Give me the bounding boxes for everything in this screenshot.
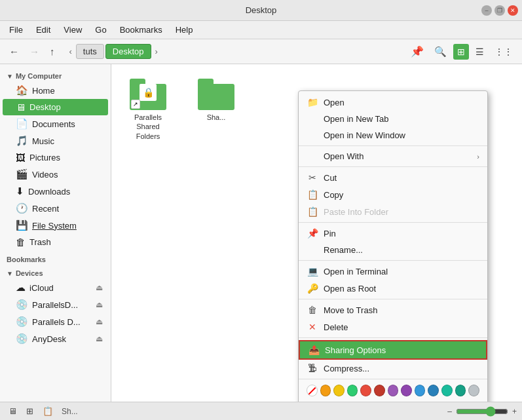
anydesk-eject-button[interactable]: ⏏ [96, 334, 103, 343]
swatch-darkpurple[interactable] [401, 385, 412, 396]
sidebar-item-trash[interactable]: 🗑 Trash [3, 234, 108, 250]
swatch-gray[interactable] [468, 385, 479, 396]
music-icon: 🎵 [16, 135, 28, 147]
ctx-open-new-window[interactable]: Open in New Window [299, 127, 487, 143]
sidebar-item-videos[interactable]: 🎬 Videos [3, 166, 108, 183]
sidebar-item-pictures[interactable]: 🖼 Pictures [3, 149, 108, 166]
sidebar-item-icloud[interactable]: ☁ iCloud ⏏ [3, 279, 108, 296]
search-button[interactable]: 🔍 [430, 43, 451, 60]
sidebar-item-documents[interactable]: 📄 Documents [3, 115, 108, 132]
swatch-teal[interactable] [441, 385, 453, 396]
ctx-sharing-label: Sharing Options [325, 345, 386, 355]
zoom-decrease-icon: – [447, 407, 452, 416]
swatch-blue[interactable] [415, 385, 426, 396]
breadcrumb-desktop[interactable]: Desktop [105, 44, 151, 59]
back-button[interactable]: ← [5, 43, 23, 60]
breadcrumb-tuts[interactable]: tuts [76, 44, 104, 59]
view-compact-button[interactable]: ⋮⋮ [491, 44, 517, 60]
ctx-sep4 [299, 260, 487, 261]
ctx-open-icon: 📁 [307, 97, 318, 107]
forward-button[interactable]: → [26, 43, 43, 60]
close-button[interactable]: ✕ [508, 5, 518, 16]
ctx-open-new-tab[interactable]: Open in New Tab [299, 111, 487, 127]
bookmarks-label: Bookmarks [7, 256, 46, 263]
sidebar-parallelsd1-label: ParallelsD... [32, 300, 78, 310]
sidebar-item-music[interactable]: 🎵 Music [3, 132, 108, 149]
breadcrumb-left-arrow[interactable]: ‹ [67, 45, 75, 58]
ctx-compress-icon: 🗜 [307, 363, 318, 373]
swatch-green[interactable] [347, 385, 358, 396]
breadcrumb-right-arrow[interactable]: › [153, 45, 160, 58]
sidebar-item-filesystem[interactable]: 💾 File System [3, 217, 108, 234]
statusbar-right: – + [447, 406, 517, 417]
my-computer-label: My Computer [16, 72, 62, 80]
sidebar-videos-label: Videos [32, 170, 58, 180]
menu-bookmarks[interactable]: Bookmarks [115, 23, 168, 37]
ctx-open-new-tab-label: Open in New Tab [324, 114, 389, 124]
swatch-orange[interactable] [320, 385, 331, 396]
menu-edit[interactable]: Edit [31, 23, 56, 37]
menu-help[interactable]: Help [170, 23, 198, 37]
context-menu-overlay[interactable]: 📁 Open Open in New Tab Open in New Windo… [111, 64, 522, 402]
swatch-yellow[interactable] [333, 385, 345, 396]
ctx-copy-icon: 📋 [307, 189, 318, 200]
swatch-darkred[interactable] [374, 385, 385, 396]
statusbar-btn1[interactable]: 🖥 [5, 405, 20, 417]
ctx-compress[interactable]: 🗜 Compress... [299, 360, 487, 377]
ctx-delete[interactable]: ✕ Delete [299, 318, 487, 335]
ctx-cut-label: Cut [324, 173, 337, 183]
icloud-eject-button[interactable]: ⏏ [96, 283, 103, 292]
sidebar-item-home[interactable]: 🏠 Home [3, 82, 108, 99]
view-list-button[interactable]: ☰ [472, 44, 488, 60]
ctx-cut[interactable]: ✂ Cut [299, 169, 487, 186]
ctx-open-root[interactable]: 🔑 Open as Root [299, 280, 487, 297]
sidebar-section-devices[interactable]: ▼ Devices [0, 265, 111, 279]
sidebar-item-parallelsd2[interactable]: 💿 Parallels D... ⏏ [3, 313, 108, 330]
ctx-open-with[interactable]: Open With › [299, 148, 487, 164]
sidebar-item-desktop[interactable]: 🖥 Desktop [3, 99, 108, 115]
swatch-darkblue[interactable] [428, 385, 439, 396]
sidebar-desktop-label: Desktop [29, 102, 61, 112]
swatch-purple[interactable] [388, 385, 399, 396]
ctx-pin-icon: 📌 [307, 228, 318, 239]
pin-button[interactable]: 📌 [407, 43, 428, 60]
parallelsd2-eject-button[interactable]: ⏏ [96, 317, 103, 326]
context-menu: 📁 Open Open in New Tab Open in New Windo… [298, 90, 488, 402]
sidebar-section-my-computer[interactable]: ▼ My Computer [0, 68, 111, 82]
main-layout: ▼ My Computer 🏠 Home 🖥 Desktop 📄 Documen… [0, 64, 522, 402]
ctx-sep1 [299, 145, 487, 146]
sidebar-pictures-label: Pictures [29, 153, 60, 162]
ctx-copy[interactable]: 📋 Copy [299, 186, 487, 203]
ctx-open[interactable]: 📁 Open [299, 94, 487, 111]
view-grid-button[interactable]: ⊞ [453, 44, 469, 60]
sidebar-item-anydesk[interactable]: 💿 AnyDesk ⏏ [3, 330, 108, 347]
sidebar-filesystem-label: File System [32, 221, 77, 231]
ctx-color-swatches [299, 381, 487, 400]
ctx-sharing[interactable]: 📤 Sharing Options [299, 340, 487, 360]
statusbar-btn3[interactable]: 📋 [39, 405, 56, 417]
swatch-darkteal[interactable] [455, 385, 466, 396]
parallelsd1-eject-button[interactable]: ⏏ [96, 300, 103, 309]
zoom-slider[interactable] [456, 406, 508, 417]
documents-icon: 📄 [16, 118, 28, 130]
statusbar-btn2[interactable]: ⊞ [23, 405, 37, 417]
swatch-red[interactable] [360, 385, 371, 396]
ctx-open-terminal[interactable]: 💻 Open in Terminal [299, 263, 487, 280]
sidebar-item-parallelsd1[interactable]: 💿 ParallelsD... ⏏ [3, 296, 108, 313]
ctx-sep7 [299, 379, 487, 379]
up-button[interactable]: ↑ [46, 43, 59, 60]
statusbar: 🖥 ⊞ 📋 Sh... – + [0, 402, 522, 420]
sidebar: ▼ My Computer 🏠 Home 🖥 Desktop 📄 Documen… [0, 64, 111, 402]
ctx-sep6 [299, 337, 487, 338]
ctx-rename[interactable]: Rename... [299, 242, 487, 258]
minimize-button[interactable]: – [481, 5, 492, 16]
menu-file[interactable]: File [4, 23, 28, 37]
ctx-pin[interactable]: 📌 Pin [299, 225, 487, 242]
restore-button[interactable]: ❐ [494, 5, 505, 16]
swatch-none[interactable] [307, 385, 318, 396]
sidebar-item-downloads[interactable]: ⬇ Downloads [3, 183, 108, 200]
menu-go[interactable]: Go [90, 23, 111, 37]
sidebar-item-recent[interactable]: 🕐 Recent [3, 200, 108, 217]
ctx-move-trash[interactable]: 🗑 Move to Trash [299, 301, 487, 318]
menu-view[interactable]: View [58, 23, 87, 37]
